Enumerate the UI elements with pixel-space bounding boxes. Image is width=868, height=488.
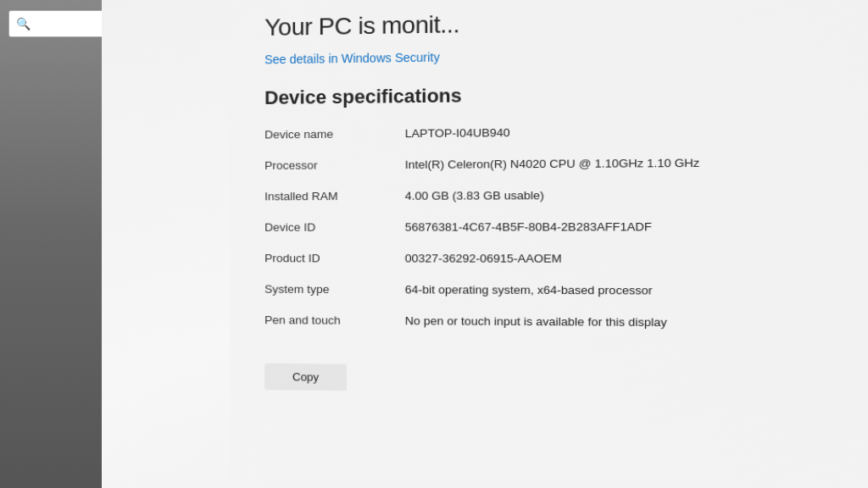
spec-label: Pen and touch — [264, 312, 405, 327]
table-row: Product ID00327-36292-06915-AAOEM — [264, 250, 868, 275]
spec-label: System type — [264, 281, 405, 297]
spec-value: 56876381-4C67-4B5F-80B4-2B283AFF1ADF — [405, 218, 868, 233]
spec-value: 64-bit operating system, x64-based proce… — [405, 281, 868, 298]
spec-value: Intel(R) Celeron(R) N4020 CPU @ 1.10GHz … — [405, 153, 868, 171]
table-row: Device ID56876381-4C67-4B5F-80B4-2B283AF… — [264, 218, 868, 243]
spec-label: Product ID — [264, 250, 405, 264]
screen-content: Your PC is monit... See details in Windo… — [102, 0, 868, 488]
spec-label: Device name — [264, 125, 405, 141]
copy-button[interactable]: Copy — [264, 363, 347, 391]
table-row: ProcessorIntel(R) Celeron(R) N4020 CPU @… — [264, 153, 868, 181]
table-row: Pen and touchNo pen or touch input is av… — [264, 312, 868, 340]
specs-table: Device nameLAPTOP-I04UB940ProcessorIntel… — [264, 121, 868, 341]
main-content: Your PC is monit... See details in Windo… — [230, 0, 868, 488]
spec-label: Device ID — [264, 219, 405, 234]
spec-label: Installed RAM — [264, 187, 405, 202]
search-icon: 🔍 — [16, 17, 31, 30]
section-title: Device specifications — [264, 80, 868, 109]
page-title: Your PC is monit... — [264, 3, 868, 42]
spec-value: 4.00 GB (3.83 GB usable) — [405, 186, 868, 202]
spec-value: LAPTOP-I04UB940 — [405, 121, 868, 140]
spec-label: Processor — [264, 157, 405, 172]
table-row: Installed RAM4.00 GB (3.83 GB usable) — [264, 186, 868, 212]
table-row: System type64-bit operating system, x64-… — [264, 281, 868, 308]
spec-value: No pen or touch input is available for t… — [405, 313, 868, 330]
table-row: Device nameLAPTOP-I04UB940 — [264, 121, 868, 151]
security-link[interactable]: See details in Windows Security — [264, 50, 440, 66]
spec-value: 00327-36292-06915-AAOEM — [405, 250, 868, 265]
